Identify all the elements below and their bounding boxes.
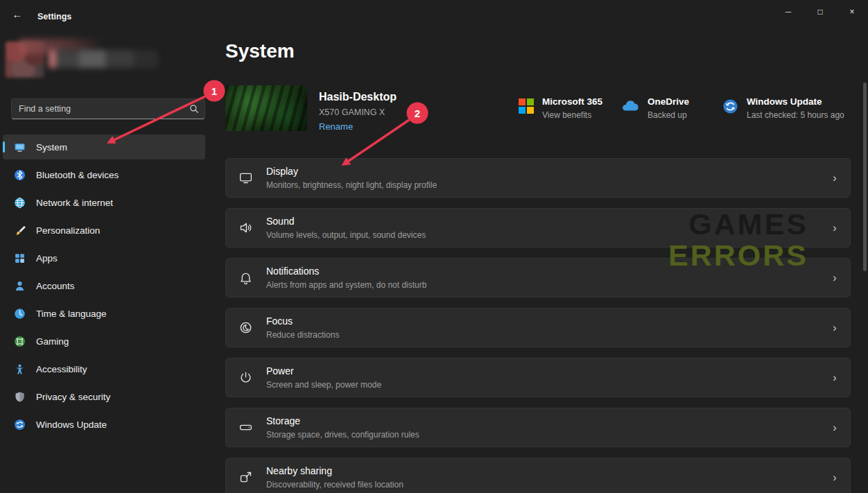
chevron-right-icon: › bbox=[819, 272, 850, 284]
accessibility-person-icon bbox=[14, 363, 26, 375]
time-language-clock-icon bbox=[14, 308, 26, 320]
selected-indicator bbox=[3, 141, 5, 153]
tile-title: Microsoft 365 bbox=[542, 96, 602, 107]
sidebar-item-label: Gaming bbox=[36, 336, 69, 347]
card-title: Nearby sharing bbox=[266, 465, 819, 476]
storage-drive-icon bbox=[226, 420, 265, 435]
sidebar-item-accessibility[interactable]: Accessibility bbox=[3, 356, 205, 381]
system-monitor-icon bbox=[14, 141, 26, 153]
network-globe-icon bbox=[14, 197, 26, 209]
tile-title: Windows Update bbox=[747, 96, 844, 107]
user-profile-blurred[interactable] bbox=[6, 39, 162, 78]
card-title: Display bbox=[266, 166, 819, 177]
tile-title: OneDrive bbox=[648, 96, 689, 107]
rename-link[interactable]: Rename bbox=[319, 121, 397, 132]
tile-subtitle: Last checked: 5 hours ago bbox=[747, 110, 844, 120]
gaming-xbox-icon bbox=[14, 336, 26, 347]
sidebar-item-apps[interactable]: Apps bbox=[3, 245, 205, 270]
settings-window: ← Settings ─ □ × System bbox=[0, 0, 868, 493]
card-title: Power bbox=[266, 365, 819, 377]
windows-update-tile[interactable]: Windows Update Last checked: 5 hours ago bbox=[722, 96, 844, 120]
step-1-label: 1 bbox=[211, 85, 217, 97]
sidebar-nav: System Bluetooth & devices Network & int… bbox=[3, 135, 205, 440]
sidebar-item-windows-update[interactable]: Windows Update bbox=[3, 412, 205, 437]
vertical-scrollbar[interactable] bbox=[863, 83, 867, 271]
sidebar-item-bluetooth-devices[interactable]: Bluetooth & devices bbox=[3, 162, 205, 187]
onedrive-tile[interactable]: OneDrive Backed up bbox=[621, 96, 689, 120]
storage-card[interactable]: Storage Storage space, drives, configura… bbox=[225, 408, 851, 447]
sound-speaker-icon bbox=[226, 220, 265, 235]
notifications-card[interactable]: Notifications Alerts from apps and syste… bbox=[225, 258, 851, 297]
step-1-badge bbox=[204, 80, 225, 102]
search-icon[interactable] bbox=[184, 104, 205, 114]
minimize-button[interactable]: ─ bbox=[772, 0, 804, 23]
window-controls: ─ □ × bbox=[772, 0, 868, 23]
sidebar-item-privacy-security[interactable]: Privacy & security bbox=[3, 384, 205, 409]
tile-subtitle[interactable]: View benefits bbox=[542, 110, 602, 120]
device-info: Hasib-Desktop X570 GAMING X Rename bbox=[319, 91, 397, 132]
card-subtitle: Monitors, brightness, night light, displ… bbox=[266, 180, 819, 190]
settings-card-list: Display Monitors, brightness, night ligh… bbox=[225, 158, 851, 493]
sidebar-item-label: Network & internet bbox=[36, 198, 113, 208]
microsoft-365-tile[interactable]: Microsoft 365 View benefits bbox=[519, 96, 602, 120]
sidebar-item-label: Privacy & security bbox=[36, 392, 110, 402]
apps-grid-icon bbox=[14, 252, 26, 264]
card-title: Sound bbox=[266, 216, 819, 227]
sidebar-item-gaming[interactable]: Gaming bbox=[3, 329, 205, 354]
windows-update-icon bbox=[722, 98, 738, 114]
search-input[interactable] bbox=[12, 99, 184, 119]
close-button[interactable]: × bbox=[836, 0, 868, 23]
power-card[interactable]: Power Screen and sleep, power mode › bbox=[225, 358, 851, 397]
focus-moon-icon bbox=[226, 320, 265, 335]
focus-card[interactable]: Focus Reduce distractions › bbox=[225, 308, 851, 347]
chevron-right-icon: › bbox=[819, 322, 850, 334]
privacy-shield-icon bbox=[14, 391, 26, 403]
card-title: Notifications bbox=[266, 266, 819, 277]
step-2-label: 2 bbox=[415, 107, 420, 119]
sound-card[interactable]: Sound Volume levels, output, input, soun… bbox=[225, 208, 851, 248]
page-title: System bbox=[225, 40, 295, 62]
sidebar-item-label: Bluetooth & devices bbox=[36, 170, 119, 180]
sidebar-item-accounts[interactable]: Accounts bbox=[3, 273, 205, 298]
sidebar-item-label: Windows Update bbox=[36, 420, 107, 430]
card-subtitle: Discoverability, received files location bbox=[266, 480, 819, 490]
notifications-bell-icon bbox=[226, 270, 265, 285]
chevron-right-icon: › bbox=[819, 422, 850, 434]
desktop-wallpaper-thumbnail bbox=[225, 85, 307, 131]
window-title: Settings bbox=[37, 12, 71, 21]
personalization-brush-icon bbox=[14, 225, 26, 236]
search-box bbox=[11, 98, 205, 119]
titlebar: ← Settings ─ □ × bbox=[0, 0, 868, 25]
sidebar-item-personalization[interactable]: Personalization bbox=[3, 218, 205, 243]
bluetooth-icon bbox=[14, 169, 26, 181]
microsoft-365-icon bbox=[519, 98, 534, 114]
accounts-person-icon bbox=[14, 280, 26, 292]
onedrive-cloud-icon bbox=[621, 98, 639, 112]
chevron-right-icon: › bbox=[819, 222, 850, 234]
maximize-button[interactable]: □ bbox=[804, 0, 836, 23]
card-title: Focus bbox=[266, 315, 819, 327]
sidebar-item-network-internet[interactable]: Network & internet bbox=[3, 190, 205, 215]
display-icon bbox=[226, 171, 265, 185]
chevron-right-icon: › bbox=[819, 372, 850, 384]
sidebar-item-label: Apps bbox=[36, 253, 58, 263]
step-2-badge bbox=[407, 103, 428, 124]
blurred-username bbox=[49, 50, 158, 68]
device-name: Hasib-Desktop bbox=[319, 91, 397, 103]
card-title: Storage bbox=[266, 415, 819, 426]
card-subtitle: Storage space, drives, configuration rul… bbox=[266, 430, 819, 440]
chevron-right-icon: › bbox=[819, 472, 850, 484]
display-card[interactable]: Display Monitors, brightness, night ligh… bbox=[225, 158, 851, 198]
chevron-right-icon: › bbox=[819, 172, 850, 184]
sidebar-item-label: Time & language bbox=[36, 309, 107, 319]
sidebar-item-label: System bbox=[36, 142, 67, 153]
back-button[interactable]: ← bbox=[7, 6, 28, 22]
device-model: X570 GAMING X bbox=[319, 107, 397, 117]
card-subtitle: Reduce distractions bbox=[266, 330, 819, 340]
sidebar-item-system[interactable]: System bbox=[3, 135, 205, 159]
card-subtitle: Volume levels, output, input, sound devi… bbox=[266, 230, 819, 240]
windows-update-icon bbox=[14, 419, 26, 431]
nearby-sharing-card[interactable]: Nearby sharing Discoverability, received… bbox=[225, 458, 851, 493]
sidebar-item-label: Accounts bbox=[36, 281, 75, 291]
sidebar-item-time-language[interactable]: Time & language bbox=[3, 301, 205, 326]
